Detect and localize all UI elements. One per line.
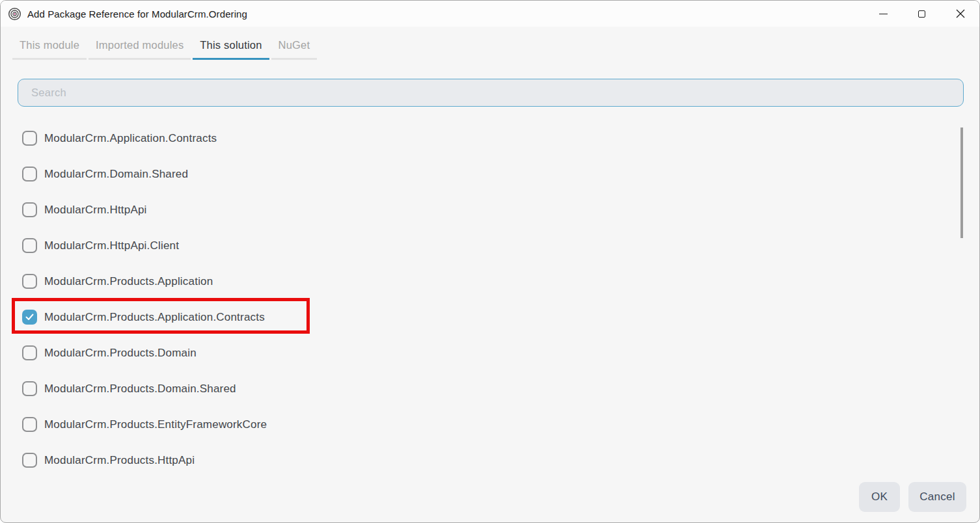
item-checkbox[interactable] <box>22 274 37 289</box>
item-label[interactable]: ModularCrm.Products.Domain.Shared <box>44 382 236 396</box>
item-checkbox[interactable] <box>22 167 37 181</box>
item-checkbox[interactable] <box>22 453 37 468</box>
window-controls <box>864 1 979 27</box>
item-label[interactable]: ModularCrm.HttpApi <box>44 204 147 217</box>
list-item: ModularCrm.Products.Application <box>1 263 979 299</box>
list-item: ModularCrm.Products.Domain <box>1 335 979 371</box>
minimize-icon <box>879 14 888 14</box>
item-label[interactable]: ModularCrm.Application.Contracts <box>44 132 217 145</box>
item-checkbox[interactable] <box>22 202 37 217</box>
scrollbar-thumb[interactable] <box>960 127 963 238</box>
item-label[interactable]: ModularCrm.Products.Application <box>44 275 213 288</box>
tab-this-module[interactable]: This module <box>12 32 87 60</box>
search-input[interactable] <box>18 79 964 107</box>
app-icon <box>8 7 21 21</box>
list-item: ModularCrm.HttpApi <box>1 192 979 228</box>
item-label[interactable]: ModularCrm.HttpApi.Client <box>44 239 179 252</box>
item-label[interactable]: ModularCrm.Products.EntityFrameworkCore <box>44 418 267 431</box>
tab-this-solution[interactable]: This solution <box>193 32 269 60</box>
titlebar: Add Package Reference for ModularCrm.Ord… <box>1 1 979 27</box>
item-checkbox[interactable] <box>22 417 37 432</box>
check-icon <box>25 314 34 321</box>
tab-nuget[interactable]: NuGet <box>271 32 318 60</box>
item-label[interactable]: ModularCrm.Products.Domain <box>44 347 197 360</box>
item-checkbox[interactable] <box>22 345 37 360</box>
list-item: ModularCrm.Products.Application.Contract… <box>1 299 979 335</box>
maximize-icon <box>918 10 925 18</box>
window-title: Add Package Reference for ModularCrm.Ord… <box>27 8 247 20</box>
list-item: ModularCrm.HttpApi.Client <box>1 228 979 263</box>
dialog-window: Add Package Reference for ModularCrm.Ord… <box>0 0 980 523</box>
footer: OK Cancel <box>859 482 966 512</box>
item-label[interactable]: ModularCrm.Products.Application.Contract… <box>44 311 265 324</box>
list-item: ModularCrm.Products.HttpApi <box>1 442 979 478</box>
list-item: ModularCrm.Domain.Shared <box>1 156 979 192</box>
list-item: ModularCrm.Application.Contracts <box>1 120 979 156</box>
close-icon <box>956 9 965 18</box>
package-list: ModularCrm.Application.Contracts Modular… <box>1 120 979 478</box>
item-checkbox[interactable] <box>22 131 37 146</box>
tab-bar: This moduleImported modulesThis solution… <box>1 32 979 60</box>
maximize-button[interactable] <box>903 1 941 27</box>
tab-imported-modules[interactable]: Imported modules <box>88 32 191 60</box>
list-item: ModularCrm.Products.EntityFrameworkCore <box>1 407 979 442</box>
item-checkbox[interactable] <box>22 238 37 253</box>
list-item: ModularCrm.Products.Domain.Shared <box>1 371 979 407</box>
item-checkbox[interactable] <box>22 310 37 325</box>
minimize-button[interactable] <box>864 1 903 27</box>
item-label[interactable]: ModularCrm.Domain.Shared <box>44 168 188 181</box>
item-label[interactable]: ModularCrm.Products.HttpApi <box>44 454 195 467</box>
ok-button[interactable]: OK <box>859 482 900 512</box>
cancel-button[interactable]: Cancel <box>908 482 966 512</box>
close-button[interactable] <box>941 1 979 27</box>
item-checkbox[interactable] <box>22 381 37 396</box>
